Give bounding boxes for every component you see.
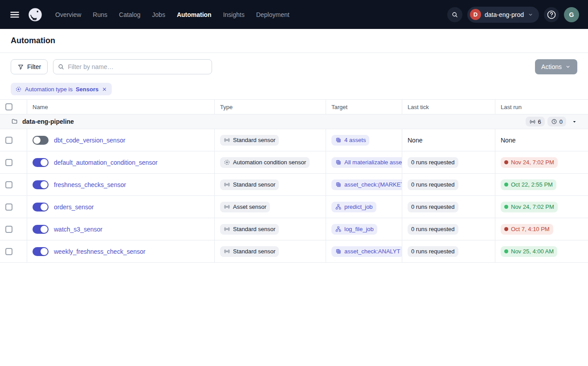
table-header-row: Name Type Target Last tick Last run: [0, 100, 588, 114]
sensor-type-icon: [224, 203, 230, 210]
filter-button[interactable]: Filter: [11, 59, 48, 74]
search-button[interactable]: [447, 7, 462, 22]
row-checkbox[interactable]: [5, 248, 12, 255]
deployment-switcher[interactable]: D data-eng-prod: [467, 7, 539, 23]
sensor-toggle[interactable]: [33, 203, 49, 211]
collapse-caret-icon[interactable]: [572, 119, 577, 125]
target-link-badge[interactable]: 4 assets: [331, 135, 369, 146]
nav-item-overview[interactable]: Overview: [55, 11, 81, 18]
target-icon: [335, 159, 342, 166]
sensors-table: Name Type Target Last tick Last run data…: [0, 100, 588, 263]
topnav-right-cluster: D data-eng-prod G: [447, 7, 579, 23]
user-avatar[interactable]: G: [564, 7, 579, 22]
sensor-name-link[interactable]: dbt_code_version_sensor: [54, 137, 125, 144]
page-header: Automation: [0, 29, 588, 53]
target-link-badge[interactable]: asset_check:ANALYT: [331, 246, 402, 257]
sensor-type-icon: [224, 226, 230, 232]
sensor-name-link[interactable]: weekly_freshness_check_sensor: [54, 248, 145, 255]
help-button[interactable]: [544, 7, 559, 22]
last-tick-badge: 0 runs requested: [408, 157, 458, 168]
deployment-avatar: D: [470, 9, 481, 20]
actions-button-label: Actions: [541, 63, 562, 70]
folder-icon: [11, 118, 18, 125]
nav-item-runs[interactable]: Runs: [93, 11, 107, 18]
dagster-logo[interactable]: [27, 6, 44, 23]
sensor-toggle[interactable]: [33, 180, 49, 189]
row-checkbox[interactable]: [5, 159, 12, 166]
nav-item-insights[interactable]: Insights: [223, 11, 245, 18]
sensor-toggle[interactable]: [33, 225, 49, 234]
page-title: Automation: [11, 36, 55, 45]
automation-condition-icon: [15, 86, 22, 93]
status-dot: [504, 227, 508, 231]
main-navigation: OverviewRunsCatalogJobsAutomationInsight…: [55, 11, 290, 18]
target-icon: [335, 248, 342, 255]
search-icon: [451, 11, 458, 18]
nav-item-catalog[interactable]: Catalog: [119, 11, 140, 18]
sensor-table-row: weekly_freshness_check_sensor Standard s…: [0, 240, 588, 263]
sensor-type-icon: [224, 181, 230, 188]
last-tick-badge: 0 runs requested: [408, 246, 458, 257]
last-tick-cell: 0 runs requested: [402, 151, 495, 173]
target-link-badge[interactable]: predict_job: [331, 202, 376, 212]
last-run-cell: Oct 22, 2:55 PM: [495, 174, 588, 195]
sensor-table-row: freshness_checks_sensor Standard sensor …: [0, 174, 588, 196]
nav-item-jobs[interactable]: Jobs: [152, 11, 165, 18]
help-icon: [546, 9, 557, 20]
nav-item-automation[interactable]: Automation: [177, 11, 212, 18]
sensor-table-row: default_automation_condition_sensor Auto…: [0, 151, 588, 174]
target-icon: [335, 181, 342, 188]
clock-icon: [551, 118, 557, 125]
sensor-name-link[interactable]: freshness_checks_sensor: [54, 181, 126, 188]
row-checkbox[interactable]: [5, 137, 12, 144]
hamburger-menu-button[interactable]: [9, 9, 20, 20]
target-link-badge[interactable]: All materializable assets: [331, 157, 402, 168]
row-checkbox[interactable]: [5, 226, 12, 233]
last-tick-badge: 0 runs requested: [408, 224, 458, 235]
sensor-toggle[interactable]: [33, 158, 49, 167]
target-link-badge[interactable]: log_file_job: [331, 224, 377, 235]
repository-name: data-eng-pipeline: [22, 118, 74, 125]
column-header-name: Name: [27, 100, 214, 114]
last-run-badge: Nov 24, 7:02 PM: [501, 157, 558, 168]
name-filter-box: [53, 59, 212, 74]
top-navigation-bar: OverviewRunsCatalogJobsAutomationInsight…: [0, 0, 588, 29]
column-header-last-run: Last run: [495, 100, 588, 114]
sensor-count-badge: 6: [526, 117, 545, 126]
column-header-target: Target: [326, 100, 402, 114]
status-dot: [504, 249, 508, 253]
toolbar-section: Filter Actions Automation type is Sensor…: [0, 53, 588, 100]
sensor-name-link[interactable]: watch_s3_sensor: [54, 226, 102, 233]
close-icon[interactable]: [102, 86, 107, 92]
filter-chip-prefix: Automation type is: [25, 86, 73, 93]
nav-item-deployment[interactable]: Deployment: [256, 11, 290, 18]
filter-button-label: Filter: [27, 63, 41, 70]
sensor-toggle[interactable]: [33, 247, 49, 256]
last-tick-cell: 0 runs requested: [402, 174, 495, 195]
sensor-toggle[interactable]: [33, 136, 49, 145]
last-run-badge: Nov 25, 4:00 AM: [501, 246, 557, 257]
sensor-name-link[interactable]: orders_sensor: [54, 203, 94, 211]
actions-button[interactable]: Actions: [535, 59, 577, 74]
target-icon: [335, 203, 342, 210]
funnel-icon: [17, 64, 24, 70]
last-run-badge: Nov 24, 7:02 PM: [501, 202, 558, 212]
sensor-name-link[interactable]: default_automation_condition_sensor: [54, 159, 158, 166]
filter-chip-value: Sensors: [76, 86, 98, 93]
last-tick-badge: 0 runs requested: [408, 202, 458, 212]
repository-group-row[interactable]: data-eng-pipeline 6 0: [0, 114, 588, 129]
deployment-name: data-eng-prod: [485, 11, 524, 18]
row-checkbox[interactable]: [5, 203, 12, 211]
select-all-checkbox[interactable]: [5, 103, 12, 110]
row-checkbox[interactable]: [5, 181, 12, 188]
chevron-down-icon: [527, 12, 534, 18]
target-icon: [335, 226, 342, 232]
target-link-badge[interactable]: asset_check:(MARKETi: [331, 179, 402, 190]
last-run-cell: None: [495, 129, 588, 151]
name-filter-input[interactable]: [53, 59, 212, 74]
sensor-type-icon: [224, 248, 230, 255]
filter-chip-automation-type[interactable]: Automation type is Sensors: [11, 83, 112, 95]
status-dot: [504, 183, 508, 187]
target-icon: [335, 137, 342, 143]
sensor-type-badge: Automation condition sensor: [220, 157, 310, 168]
